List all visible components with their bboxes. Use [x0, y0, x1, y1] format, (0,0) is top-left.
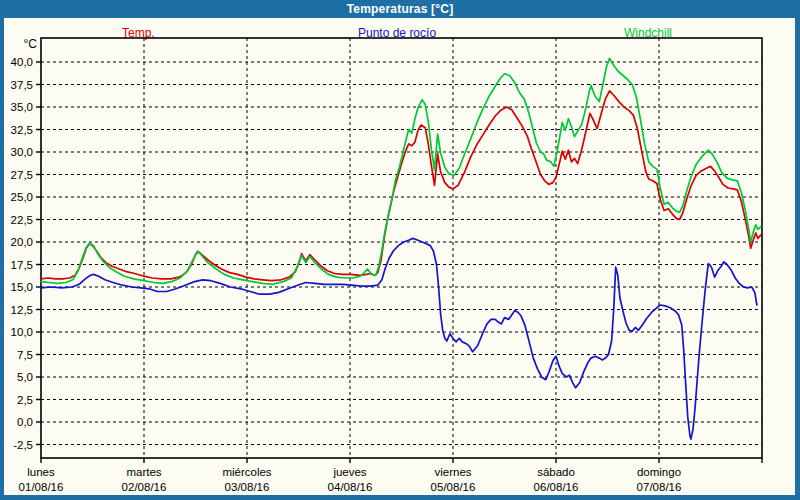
day-name-label: jueves — [332, 466, 366, 478]
series-temp — [41, 91, 761, 281]
y-tick-label: 5,0 — [17, 371, 33, 383]
day-date-label: 03/08/16 — [225, 481, 270, 493]
day-name-label: martes — [126, 466, 161, 478]
temperature-chart: 40,037,535,032,530,027,525,022,520,017,5… — [0, 0, 800, 500]
y-tick-label: 22,5 — [11, 214, 33, 226]
day-date-label: 06/08/16 — [534, 481, 579, 493]
y-tick-label: -2,5 — [13, 439, 33, 451]
y-gridlines: 40,037,535,032,530,027,525,022,520,017,5… — [11, 56, 762, 451]
series-windchill — [41, 58, 761, 284]
y-tick-label: 15,0 — [11, 281, 33, 293]
y-tick-label: 20,0 — [11, 236, 33, 248]
x-gridlines: lunes01/08/16martes02/08/16miércoles03/0… — [19, 38, 762, 493]
y-tick-label: 17,5 — [11, 259, 33, 271]
plot-border — [41, 38, 762, 458]
day-date-label: 05/08/16 — [431, 481, 476, 493]
app-window: Temperaturas [°C] Temp. Punto de rocío W… — [0, 0, 800, 500]
y-tick-label: 30,0 — [11, 146, 33, 158]
y-tick-label: 35,0 — [11, 101, 33, 113]
day-date-label: 01/08/16 — [19, 481, 64, 493]
y-tick-label: 27,5 — [11, 169, 33, 181]
y-tick-label: 25,0 — [11, 191, 33, 203]
day-name-label: miércoles — [222, 466, 271, 478]
y-tick-label: 0,0 — [17, 416, 33, 428]
day-date-label: 07/08/16 — [637, 481, 682, 493]
day-name-label: sábado — [537, 466, 575, 478]
y-tick-label: 10,0 — [11, 326, 33, 338]
day-name-label: lunes — [27, 466, 55, 478]
y-tick-label: 32,5 — [11, 124, 33, 136]
y-tick-label: 12,5 — [11, 304, 33, 316]
day-name-label: domingo — [637, 466, 681, 478]
y-tick-label: 7,5 — [17, 349, 33, 361]
day-date-label: 04/08/16 — [328, 481, 373, 493]
series-dew — [41, 238, 757, 439]
day-date-label: 02/08/16 — [122, 481, 167, 493]
y-tick-label: 37,5 — [11, 79, 33, 91]
y-tick-label: 40,0 — [11, 56, 33, 68]
day-name-label: viernes — [434, 466, 471, 478]
y-tick-label: 2,5 — [17, 394, 33, 406]
